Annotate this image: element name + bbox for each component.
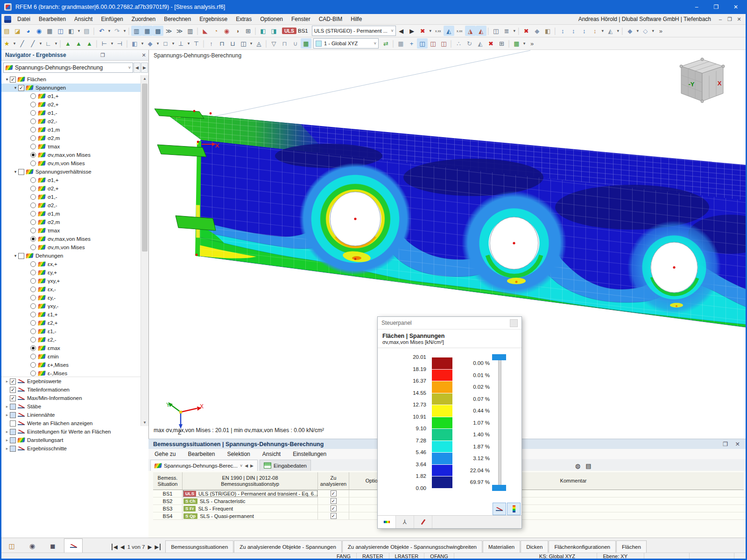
caret-icon[interactable]: ▾	[77, 26, 81, 36]
results-menu-item[interactable]: Gehe zu	[148, 451, 182, 457]
tree-group-spannungsverhaeltnisse[interactable]: ▾ ✓ Spannungsverhältnisse	[1, 168, 141, 176]
menu-item[interactable]: Ergebnisse	[195, 14, 232, 24]
tree-scrollbar[interactable]: ▲ ▼	[141, 75, 148, 426]
prev-result-button[interactable]: ◀	[134, 63, 141, 73]
separator[interactable]: │	[553, 26, 557, 36]
pan-view-icon[interactable]: ◑	[232, 26, 243, 36]
navigation-cube[interactable]: -Y X	[680, 58, 725, 103]
dimension-xx-icon[interactable]: ⊣	[114, 38, 125, 49]
checkbox[interactable]: ✓	[18, 253, 24, 259]
scroll-down-icon[interactable]: ▼	[141, 419, 148, 426]
display-option-row[interactable]: ▸ ✓ Ergebnisschnitte	[1, 444, 141, 453]
radio-button[interactable]	[30, 303, 36, 309]
tree-item[interactable]: ε1,-	[1, 327, 141, 336]
analyze-checkbox[interactable]: ✓	[331, 513, 337, 519]
radio-button[interactable]	[30, 261, 36, 267]
radio-button[interactable]	[30, 152, 36, 158]
first-page-icon[interactable]: ◀	[112, 544, 118, 550]
bottom-tab[interactable]: Bemessungssituationen	[165, 540, 233, 553]
mirror-icon[interactable]: ◭	[605, 26, 616, 36]
tree-item[interactable]: σv,max,von Mises	[1, 151, 141, 159]
display-navigator-tab[interactable]: ◉	[23, 539, 42, 553]
new-node-icon[interactable]: ★	[1, 38, 12, 49]
checkbox[interactable]: ✓	[10, 420, 16, 427]
rotate-ucs-icon[interactable]: ↻	[464, 38, 475, 49]
separator[interactable]: │	[620, 26, 625, 36]
printout-report-icon[interactable]: ▤	[81, 26, 92, 36]
float-panel-icon[interactable]: ❐	[98, 52, 107, 58]
move-x-icon[interactable]: ↕	[557, 26, 568, 36]
tree-item[interactable]: γxy,+	[1, 277, 141, 285]
bottom-tab[interactable]: Zu analysierende Objekte - Spannungen	[234, 540, 342, 553]
clamp-icon[interactable]: ⊓	[279, 38, 290, 49]
close-icon[interactable]	[510, 319, 518, 327]
tree-item[interactable]: σ1,m	[1, 210, 141, 218]
checkbox[interactable]: ✓	[10, 446, 16, 452]
settings-grid-icon[interactable]: ⊞	[496, 38, 507, 49]
tree-item[interactable]: σ1,+	[1, 176, 141, 184]
expander-icon[interactable]: ▸	[4, 446, 10, 451]
checkbox[interactable]: ✓	[18, 85, 24, 91]
separator[interactable]: │	[264, 38, 268, 49]
separator[interactable]: │	[202, 38, 206, 49]
tab-factors[interactable]: ⅄	[396, 516, 414, 528]
prev-page-icon[interactable]: ◀	[120, 544, 125, 550]
open-model-icon[interactable]: ◪	[12, 26, 23, 36]
restore-button[interactable]: ❐	[706, 0, 726, 14]
radio-button[interactable]	[30, 371, 36, 376]
expander-icon[interactable]: ▾	[13, 253, 18, 258]
separator[interactable]: │	[517, 26, 521, 36]
abacus-icon[interactable]: ≣	[501, 26, 512, 36]
separator[interactable]: │	[196, 26, 200, 36]
support-figure2-icon[interactable]: ▲	[73, 38, 84, 49]
caret-icon[interactable]: ▾	[249, 38, 254, 49]
separator[interactable]: │	[391, 38, 395, 49]
checkbox[interactable]: ✓	[10, 77, 16, 83]
radio-button[interactable]	[30, 102, 36, 107]
title-bar[interactable]: RFEM 6 (branch: grandmaster|6.00.00.2768…	[1, 0, 746, 14]
tree-item[interactable]: τmax	[1, 142, 141, 151]
new-surface-icon[interactable]: ◧	[129, 38, 140, 49]
member-eccentricity-icon[interactable]: ⊔	[227, 38, 238, 49]
steuerpanel-titlebar[interactable]: Steuerpanel	[378, 317, 521, 329]
display-option-row[interactable]: ▸ ✓ Werte an Flächen anzeigen	[1, 419, 141, 427]
new-solid-icon[interactable]: ◆	[145, 38, 155, 49]
caret-icon[interactable]: ▾	[155, 38, 160, 49]
caret-icon[interactable]: ▾	[140, 38, 145, 49]
caret-icon[interactable]: ▾	[186, 38, 191, 49]
next-result-button[interactable]: ▶	[141, 63, 148, 73]
next-page-icon[interactable]: ▶	[148, 544, 152, 550]
checkbox[interactable]: ✓	[10, 387, 16, 393]
tree-group-spannungen[interactable]: ▾ ✓ Spannungen	[1, 84, 141, 92]
radio-button[interactable]	[30, 312, 36, 317]
mdi-restore-icon[interactable]: ❐	[725, 16, 734, 22]
separator[interactable]: │	[58, 38, 63, 49]
caret-icon[interactable]: ▾	[110, 38, 114, 49]
move-copy-icon[interactable]: ⇄	[381, 38, 391, 49]
results-menu-item[interactable]: Selektion	[221, 451, 256, 457]
caret-icon[interactable]: ▾	[512, 26, 517, 36]
assign-right-icon[interactable]: ◨	[268, 26, 279, 36]
radio-button[interactable]	[30, 228, 36, 233]
caret-icon[interactable]: ▾	[54, 38, 58, 49]
radio-button[interactable]	[30, 119, 36, 124]
tree-item[interactable]: σ1,m	[1, 126, 141, 134]
web-opening-1[interactable]	[299, 163, 411, 275]
workplane-xz-icon[interactable]: ◫	[438, 38, 449, 49]
move-xyz-icon[interactable]: ↕	[590, 26, 600, 36]
report-icon[interactable]: ▤	[583, 461, 594, 471]
result-values2-icon[interactable]: x.xx	[454, 26, 465, 36]
workplane-yz-icon[interactable]: ◫	[428, 38, 438, 49]
checkbox[interactable]: ✓	[10, 429, 16, 435]
coordinate-system-combo[interactable]: 1 - Global XYZ˅	[313, 38, 379, 49]
radio-button[interactable]	[30, 354, 36, 359]
checkbox[interactable]: ✓	[10, 404, 16, 410]
tree-item[interactable]: σ1,-	[1, 109, 141, 117]
radio-button[interactable]	[30, 270, 36, 275]
expander-icon[interactable]: ▸	[4, 387, 10, 392]
radio-button[interactable]	[30, 245, 36, 250]
menu-item[interactable]: Bearbeiten	[35, 14, 70, 24]
radio-button[interactable]	[30, 127, 36, 133]
caret-icon[interactable]: ▾	[522, 38, 527, 49]
radio-button[interactable]	[30, 161, 36, 166]
